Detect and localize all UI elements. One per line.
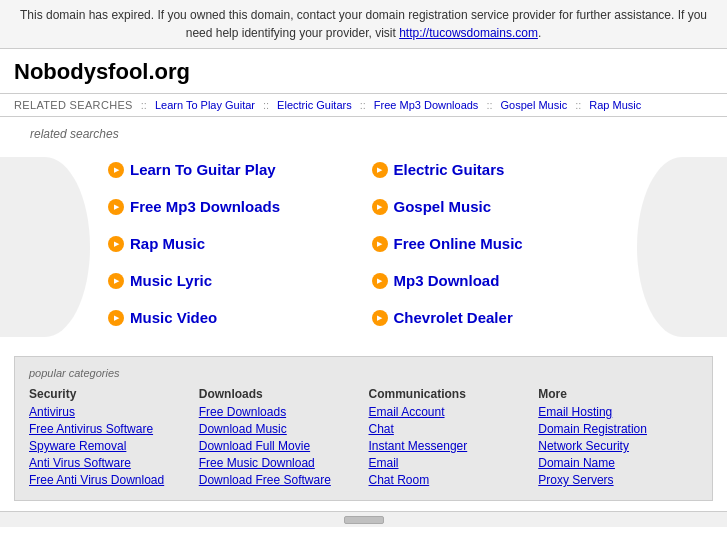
pop-cat-link[interactable]: Email Account <box>369 405 529 419</box>
related-bar-link-1[interactable]: Electric Guitars <box>277 99 352 111</box>
related-bar: RELATED SEARCHES :: Learn To Play Guitar… <box>0 93 727 117</box>
popular-categories-grid: Security Antivirus Free Antivirus Softwa… <box>29 387 698 490</box>
list-item: Electric Guitars <box>364 151 628 188</box>
site-title: Nobodysfool.org <box>0 49 727 93</box>
pop-cat-link[interactable]: Email <box>369 456 529 470</box>
pop-cat-heading-0: Security <box>29 387 189 401</box>
related-bar-link-2[interactable]: Free Mp3 Downloads <box>374 99 479 111</box>
pop-cat-heading-2: Communications <box>369 387 529 401</box>
pop-cat-link[interactable]: Proxy Servers <box>538 473 698 487</box>
search-link-7[interactable]: Mp3 Download <box>394 272 500 289</box>
search-link-3[interactable]: Gospel Music <box>394 198 492 215</box>
horizontal-scroll-thumb[interactable] <box>344 516 384 524</box>
arrow-icon <box>372 199 388 215</box>
pop-cat-link[interactable]: Chat Room <box>369 473 529 487</box>
list-item: Mp3 Download <box>364 262 628 299</box>
main-content: related searches Learn To Guitar Play El… <box>0 117 727 346</box>
search-link-6[interactable]: Music Lyric <box>130 272 212 289</box>
pop-cat-link[interactable]: Anti Virus Software <box>29 456 189 470</box>
arrow-icon <box>108 273 124 289</box>
bottom-scrollbar <box>0 511 727 527</box>
list-item: Music Video <box>100 299 364 336</box>
expired-text: This domain has expired. If you owned th… <box>20 8 707 40</box>
related-bar-link-3[interactable]: Gospel Music <box>501 99 568 111</box>
separator-2: :: <box>263 99 269 111</box>
list-item: Rap Music <box>100 225 364 262</box>
search-link-9[interactable]: Chevrolet Dealer <box>394 309 513 326</box>
arrow-icon <box>372 236 388 252</box>
pop-cat-link[interactable]: Free Downloads <box>199 405 359 419</box>
expired-notice: This domain has expired. If you owned th… <box>0 0 727 49</box>
pop-cat-link[interactable]: Chat <box>369 422 529 436</box>
list-item: Chevrolet Dealer <box>364 299 628 336</box>
pop-cat-link[interactable]: Download Music <box>199 422 359 436</box>
tucows-link[interactable]: http://tucowsdomains.com <box>399 26 538 40</box>
pop-cat-link[interactable]: Network Security <box>538 439 698 453</box>
pop-cat-heading-3: More <box>538 387 698 401</box>
pop-cat-link[interactable]: Instant Messenger <box>369 439 529 453</box>
pop-cat-link[interactable]: Free Music Download <box>199 456 359 470</box>
pop-cat-col-more: More Email Hosting Domain Registration N… <box>538 387 698 490</box>
popular-categories: popular categories Security Antivirus Fr… <box>14 356 713 501</box>
pop-cat-col-communications: Communications Email Account Chat Instan… <box>369 387 529 490</box>
arrow-icon <box>372 273 388 289</box>
arrow-icon <box>108 236 124 252</box>
related-bar-link-4[interactable]: Rap Music <box>589 99 641 111</box>
related-searches-label: related searches <box>30 127 697 141</box>
pop-cat-link[interactable]: Download Free Software <box>199 473 359 487</box>
circle-decoration-right <box>637 157 727 337</box>
search-link-4[interactable]: Rap Music <box>130 235 205 252</box>
arrow-icon <box>108 199 124 215</box>
list-item: Gospel Music <box>364 188 628 225</box>
pop-cat-link[interactable]: Spyware Removal <box>29 439 189 453</box>
arrow-icon <box>372 162 388 178</box>
pop-cat-link[interactable]: Email Hosting <box>538 405 698 419</box>
list-item: Learn To Guitar Play <box>100 151 364 188</box>
pop-cat-link[interactable]: Domain Name <box>538 456 698 470</box>
search-link-5[interactable]: Free Online Music <box>394 235 523 252</box>
separator-4: :: <box>486 99 492 111</box>
pop-cat-col-security: Security Antivirus Free Antivirus Softwa… <box>29 387 189 490</box>
related-bar-label: RELATED SEARCHES <box>14 99 133 111</box>
list-item: Free Mp3 Downloads <box>100 188 364 225</box>
pop-cat-link[interactable]: Download Full Movie <box>199 439 359 453</box>
list-item: Free Online Music <box>364 225 628 262</box>
arrow-icon <box>108 310 124 326</box>
list-item: Music Lyric <box>100 262 364 299</box>
related-bar-link-0[interactable]: Learn To Play Guitar <box>155 99 255 111</box>
pop-cat-link[interactable]: Antivirus <box>29 405 189 419</box>
pop-cat-link[interactable]: Free Antivirus Software <box>29 422 189 436</box>
pop-cat-heading-1: Downloads <box>199 387 359 401</box>
search-link-8[interactable]: Music Video <box>130 309 217 326</box>
arrow-icon <box>108 162 124 178</box>
search-link-1[interactable]: Electric Guitars <box>394 161 505 178</box>
search-link-0[interactable]: Learn To Guitar Play <box>130 161 276 178</box>
pop-cat-link[interactable]: Domain Registration <box>538 422 698 436</box>
circle-decoration-left <box>0 157 90 337</box>
separator-3: :: <box>360 99 366 111</box>
separator-5: :: <box>575 99 581 111</box>
popular-categories-label: popular categories <box>29 367 698 379</box>
separator-1: :: <box>141 99 147 111</box>
pop-cat-link[interactable]: Free Anti Virus Download <box>29 473 189 487</box>
search-links-grid: Learn To Guitar Play Electric Guitars Fr… <box>100 151 627 336</box>
search-link-2[interactable]: Free Mp3 Downloads <box>130 198 280 215</box>
arrow-icon <box>372 310 388 326</box>
pop-cat-col-downloads: Downloads Free Downloads Download Music … <box>199 387 359 490</box>
